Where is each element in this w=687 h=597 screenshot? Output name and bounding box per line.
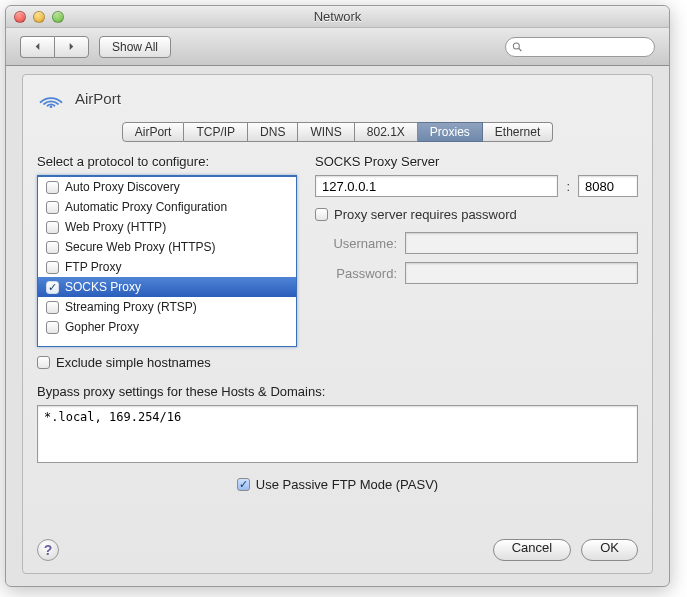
forward-button[interactable] xyxy=(54,36,89,58)
chevron-left-icon xyxy=(33,42,42,51)
server-label: SOCKS Proxy Server xyxy=(315,154,638,169)
sheet-header: AirPort xyxy=(37,85,638,112)
protocol-list-label: Select a protocol to configure: xyxy=(37,154,297,169)
cancel-button[interactable]: Cancel xyxy=(493,539,571,561)
tab-ethernet[interactable]: Ethernet xyxy=(483,122,553,142)
protocol-checkbox[interactable] xyxy=(46,261,59,274)
protocol-column: Select a protocol to configure: Auto Pro… xyxy=(37,154,297,370)
requires-password-row: Proxy server requires password xyxy=(315,207,638,222)
sheet-footer: ? Cancel OK xyxy=(37,539,638,561)
protocol-label: SOCKS Proxy xyxy=(65,280,141,294)
show-all-button[interactable]: Show All xyxy=(99,36,171,58)
protocol-checkbox[interactable] xyxy=(46,181,59,194)
airport-icon xyxy=(37,85,65,112)
protocol-label: Secure Web Proxy (HTTPS) xyxy=(65,240,215,254)
tab-wins[interactable]: WINS xyxy=(298,122,354,142)
password-input xyxy=(405,262,638,284)
passive-ftp-label: Use Passive FTP Mode (PASV) xyxy=(256,477,438,492)
tab-tcp-ip[interactable]: TCP/IP xyxy=(184,122,248,142)
passive-ftp-checkbox[interactable] xyxy=(237,478,250,491)
protocol-checkbox[interactable] xyxy=(46,321,59,334)
protocol-row[interactable]: Gopher Proxy xyxy=(38,317,296,337)
password-label: Password: xyxy=(315,266,397,281)
protocol-row[interactable]: Web Proxy (HTTP) xyxy=(38,217,296,237)
toolbar: Show All xyxy=(6,28,669,66)
protocol-label: Automatic Proxy Configuration xyxy=(65,200,227,214)
svg-point-2 xyxy=(50,105,53,108)
tab-dns[interactable]: DNS xyxy=(248,122,298,142)
search-icon xyxy=(512,41,523,53)
protocol-row[interactable]: Secure Web Proxy (HTTPS) xyxy=(38,237,296,257)
requires-password-label: Proxy server requires password xyxy=(334,207,517,222)
ok-button[interactable]: OK xyxy=(581,539,638,561)
server-row: : xyxy=(315,175,638,197)
back-button[interactable] xyxy=(20,36,54,58)
protocol-label: Auto Proxy Discovery xyxy=(65,180,180,194)
protocol-label: Web Proxy (HTTP) xyxy=(65,220,166,234)
protocol-checkbox[interactable] xyxy=(46,221,59,234)
colon-separator: : xyxy=(564,175,572,197)
protocol-row[interactable]: SOCKS Proxy xyxy=(38,277,296,297)
proxy-port-input[interactable] xyxy=(578,175,638,197)
titlebar: Network xyxy=(6,6,669,28)
settings-sheet: AirPort AirPortTCP/IPDNSWINS802.1XProxie… xyxy=(22,74,653,574)
nav-buttons xyxy=(20,36,89,58)
protocol-label: FTP Proxy xyxy=(65,260,121,274)
chevron-right-icon xyxy=(67,42,76,51)
tab-airport[interactable]: AirPort xyxy=(122,122,185,142)
exclude-simple-row: Exclude simple hostnames xyxy=(37,355,297,370)
requires-password-checkbox[interactable] xyxy=(315,208,328,221)
exclude-simple-checkbox[interactable] xyxy=(37,356,50,369)
tab-proxies[interactable]: Proxies xyxy=(418,122,483,142)
pasv-row: Use Passive FTP Mode (PASV) xyxy=(37,477,638,492)
protocol-row[interactable]: Automatic Proxy Configuration xyxy=(38,197,296,217)
proxy-content: Select a protocol to configure: Auto Pro… xyxy=(37,154,638,370)
bypass-textarea[interactable]: *.local, 169.254/16 xyxy=(37,405,638,463)
network-prefs-window: Network Show All AirPort AirPortTCP/IPDN… xyxy=(5,5,670,587)
protocol-list[interactable]: Auto Proxy DiscoveryAutomatic Proxy Conf… xyxy=(37,175,297,347)
tabs: AirPortTCP/IPDNSWINS802.1XProxiesEtherne… xyxy=(37,122,638,142)
tab-802-1x[interactable]: 802.1X xyxy=(355,122,418,142)
protocol-label: Streaming Proxy (RTSP) xyxy=(65,300,197,314)
protocol-row[interactable]: Auto Proxy Discovery xyxy=(38,177,296,197)
bypass-label: Bypass proxy settings for these Hosts & … xyxy=(37,384,638,399)
help-button[interactable]: ? xyxy=(37,539,59,561)
protocol-checkbox[interactable] xyxy=(46,201,59,214)
protocol-row[interactable]: FTP Proxy xyxy=(38,257,296,277)
server-column: SOCKS Proxy Server : Proxy server requir… xyxy=(315,154,638,370)
svg-line-1 xyxy=(519,48,522,51)
proxy-host-input[interactable] xyxy=(315,175,558,197)
svg-point-0 xyxy=(513,42,519,48)
protocol-row[interactable]: Streaming Proxy (RTSP) xyxy=(38,297,296,317)
protocol-checkbox[interactable] xyxy=(46,241,59,254)
search-input[interactable] xyxy=(527,40,648,54)
connection-name: AirPort xyxy=(75,90,121,107)
protocol-checkbox[interactable] xyxy=(46,301,59,314)
protocol-checkbox[interactable] xyxy=(46,281,59,294)
search-field-wrap[interactable] xyxy=(505,37,655,57)
username-input xyxy=(405,232,638,254)
window-title: Network xyxy=(6,9,669,24)
exclude-simple-label: Exclude simple hostnames xyxy=(56,355,211,370)
password-row: Password: xyxy=(315,262,638,284)
username-label: Username: xyxy=(315,236,397,251)
username-row: Username: xyxy=(315,232,638,254)
protocol-label: Gopher Proxy xyxy=(65,320,139,334)
